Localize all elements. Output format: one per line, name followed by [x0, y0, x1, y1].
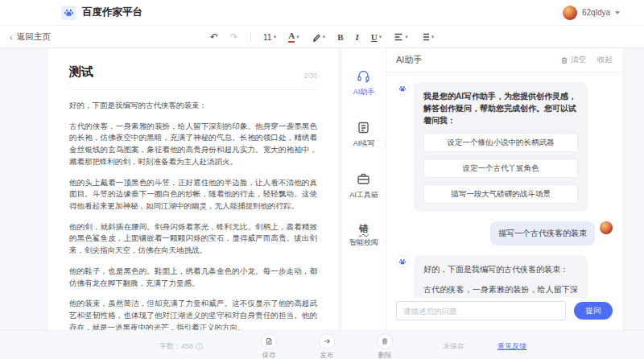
question-input[interactable] — [396, 301, 566, 320]
chat-header: AI助手 清空 收起 — [386, 48, 622, 72]
username: 62qldya — [582, 8, 610, 17]
assistant-avatar-icon — [396, 82, 409, 95]
collapse-panel-button[interactable]: 收起 — [597, 55, 613, 65]
chevron-left-icon: ‹ — [10, 32, 13, 42]
italic-icon: I — [356, 32, 359, 42]
undo-icon: ↶ — [210, 32, 218, 42]
word-count-text: 字数：458 — [159, 341, 193, 352]
title-char-counter: 2/30 — [303, 72, 317, 80]
trash-icon — [560, 56, 568, 64]
user-avatar — [600, 221, 613, 234]
bold-button[interactable]: B — [337, 32, 343, 42]
chevron-down-icon — [615, 11, 620, 14]
word-count: 字数：458 i — [159, 341, 203, 352]
chat-actions: 清空 收起 — [560, 55, 613, 65]
app-header: 百度作家平台 62qldya — [0, 0, 644, 26]
highlight-color-button[interactable]: ▾ — [312, 32, 326, 42]
publish-button[interactable]: 发布 — [319, 333, 335, 359]
assistant-message: 我是您的AI写作助手，为您提供创作灵感，解答创作疑问，帮助您完成创作。您可以试着… — [396, 82, 613, 212]
tab-label: AI工具箱 — [349, 190, 378, 200]
assistant-bubble: 好的，下面是我编写的古代侠客的装束： 古代的侠客，一身素雅的装扮，给人留下深刻的… — [414, 255, 588, 298]
delete-label: 删除 — [378, 351, 392, 359]
collapse-label: 收起 — [597, 55, 613, 65]
doc-body[interactable]: 好的，下面是我编写的古代侠客的装束： 古代的侠客，一身素雅的装扮，给人留下深刻的… — [69, 90, 317, 330]
ask-button[interactable]: 提问 — [574, 302, 613, 320]
chat-input-row: 提问 — [386, 298, 622, 330]
font-size-select[interactable]: 11▾ — [263, 32, 276, 42]
doc-actions: 保存 发布 删除 — [261, 333, 393, 359]
assistant-reply-body: 古代的侠客，一身素雅的装扮，给人留下深刻的印象。他身穿一袭墨黑色的长袍，仿佛夜空… — [423, 283, 578, 298]
underline-icon: U — [371, 32, 378, 42]
caret-down-icon: ▾ — [323, 34, 326, 40]
doc-paragraph: 好的，下面是我编写的古代侠客的装束： — [69, 100, 317, 112]
save-doc-icon — [265, 337, 273, 345]
main-area: 测试 2/30 好的，下面是我编写的古代侠客的装束： 古代的侠客，一身素雅的装扮… — [0, 48, 644, 330]
caret-down-icon: ▾ — [274, 34, 277, 40]
bold-icon: B — [337, 32, 343, 42]
tab-label: AI助手 — [353, 87, 375, 97]
clear-chat-label: 清空 — [571, 55, 586, 65]
align-icon — [394, 32, 403, 42]
continue-writing-icon — [357, 121, 370, 134]
assistant-intro-text: 我是您的AI写作助手，为您提供创作灵感，解答创作疑问，帮助您完成创作。您可以试着… — [423, 90, 578, 126]
clear-chat-button[interactable]: 清空 — [560, 55, 586, 65]
doc-paragraph: 他的鞋子，也是黑色的。鞋面上，绣着几条金色的小龙。每一步走动，都仿佛有龙在脚下翻… — [69, 266, 317, 289]
save-button[interactable]: 保存 — [261, 333, 277, 359]
tab-ai-assistant[interactable]: AI助手 — [353, 69, 375, 97]
underline-button[interactable]: U▾ — [371, 32, 382, 42]
baidu-paw-logo-icon — [61, 6, 76, 20]
list-button[interactable]: ▾ — [420, 32, 435, 42]
align-button[interactable]: ▾ — [394, 32, 408, 42]
proofread-icon: 错 — [359, 224, 369, 233]
user-message: 描写一个古代侠客的装束 — [396, 221, 613, 246]
caret-down-icon: ▾ — [296, 34, 299, 40]
save-label: 保存 — [262, 351, 276, 359]
headset-icon — [357, 69, 370, 83]
back-home-label: 返回主页 — [17, 31, 51, 43]
editor-toolbar: ‹ 返回主页 ↶ ↷ 11▾ A▾ ▾ B I U▾ ▾ ▾ — [0, 26, 644, 48]
ai-feature-rail: AI助手 AI续写 AI工具箱 错 智能校阅 — [342, 48, 386, 330]
tab-ai-continue-writing[interactable]: AI续写 — [353, 121, 375, 149]
caret-down-icon: ▾ — [379, 34, 382, 40]
footer-bar: 字数：458 i 保存 发布 删除 未保存 意见反馈 — [0, 330, 644, 359]
delete-trash-icon — [381, 337, 389, 345]
save-status-badge: 未保存 — [443, 341, 464, 352]
user-menu[interactable]: 62qldya — [563, 6, 620, 20]
back-home-link[interactable]: ‹ 返回主页 — [10, 31, 51, 43]
tab-smart-proofread[interactable]: 错 智能校阅 — [349, 224, 378, 248]
doc-title-input[interactable]: 测试 — [69, 64, 93, 80]
doc-paragraph: 他的头上戴着一顶黑色的斗笠，正好遮住他的半边脸，让人看不清他的真面目。斗笠的边缘… — [69, 177, 317, 213]
assistant-bubble: 我是您的AI写作助手，为您提供创作灵感，解答创作疑问，帮助您完成创作。您可以试着… — [414, 82, 588, 212]
tab-label: AI续写 — [353, 138, 375, 149]
doc-paragraph: 古代的侠客，一身素雅的装扮，给人留下深刻的印象。他身穿一袭墨黑色的长袍，仿佛夜空… — [69, 121, 317, 168]
tab-ai-toolbox[interactable]: AI工具箱 — [349, 172, 378, 200]
tab-label: 智能校阅 — [349, 237, 378, 248]
info-icon[interactable]: i — [196, 343, 203, 350]
toolbox-icon — [357, 172, 370, 186]
caret-down-icon: ▾ — [405, 34, 408, 40]
italic-button[interactable]: I — [356, 32, 359, 42]
doc-paragraph: 他的剑，就斜插在腰间。剑身闪烁着寒光，锋利无比。剑柄上，裹着精致的黑色鲨鱼皮，上… — [69, 221, 317, 257]
assistant-reply-intro: 好的，下面是我编写的古代侠客的装束： — [423, 263, 578, 276]
delete-button[interactable]: 删除 — [377, 333, 393, 359]
assistant-message: 好的，下面是我编写的古代侠客的装束： 古代的侠客，一身素雅的装扮，给人留下深刻的… — [396, 255, 613, 298]
redo-icon: ↷ — [230, 32, 238, 42]
redo-button[interactable]: ↷ — [230, 32, 238, 42]
app-title: 百度作家平台 — [82, 6, 142, 19]
chat-messages[interactable]: 我是您的AI写作助手，为您提供创作灵感，解答创作疑问，帮助您完成创作。您可以试着… — [386, 72, 622, 298]
user-avatar[interactable] — [563, 6, 577, 20]
suggestion-button[interactable]: 描写一段大气磅礴的战斗场景 — [423, 184, 578, 204]
font-color-icon: A — [288, 31, 295, 42]
chat-panel-title: AI助手 — [396, 54, 422, 66]
feedback-link[interactable]: 意见反馈 — [497, 341, 526, 352]
toolbar-divider — [250, 32, 251, 42]
suggestion-button[interactable]: 设定一个修仙小说中的长柄武器 — [423, 133, 578, 152]
document-editor[interactable]: 测试 2/30 好的，下面是我编写的古代侠客的装束： 古代的侠客，一身素雅的装扮… — [48, 48, 338, 330]
font-color-button[interactable]: A▾ — [288, 31, 299, 42]
publish-label: 发布 — [320, 351, 334, 359]
suggestion-button[interactable]: 设定一个古代丫鬟角色 — [423, 159, 578, 178]
caret-down-icon: ▾ — [431, 34, 435, 40]
undo-button[interactable]: ↶ — [210, 32, 218, 42]
ai-chat-panel: AI助手 清空 收起 我是您的AI写作助手，为您提供创作灵感，解答创作疑问，帮助… — [386, 48, 622, 330]
user-bubble: 描写一个古代侠客的装束 — [490, 221, 595, 246]
